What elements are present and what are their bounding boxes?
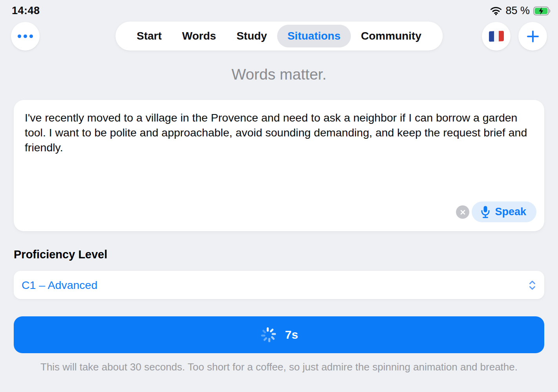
proficiency-selected-value: C1 – Advanced — [22, 279, 97, 292]
tab-situations[interactable]: Situations — [277, 25, 350, 47]
main-tabbar: Start Words Study Situations Community — [115, 22, 443, 51]
plus-icon — [526, 29, 540, 44]
add-button[interactable] — [518, 22, 547, 51]
footer-hint: This will take about 30 seconds. Too sho… — [0, 361, 558, 373]
proficiency-label: Proficiency Level — [14, 248, 108, 261]
battery-percent: 85 % — [505, 5, 530, 17]
clear-input-button[interactable] — [456, 205, 469, 219]
generate-button[interactable]: 7s — [14, 316, 544, 353]
spinner-icon — [260, 327, 275, 343]
more-button[interactable] — [11, 22, 40, 51]
speak-button[interactable]: Speak — [472, 201, 536, 222]
proficiency-select[interactable]: C1 – Advanced — [14, 271, 544, 299]
wifi-icon — [490, 6, 502, 15]
countdown-label: 7s — [285, 328, 298, 341]
microphone-icon — [480, 205, 491, 218]
chevron-up-down-icon — [528, 279, 536, 291]
close-icon — [460, 209, 466, 215]
status-time: 14:48 — [12, 5, 40, 17]
speak-button-label: Speak — [495, 206, 526, 218]
tab-words[interactable]: Words — [172, 25, 226, 47]
tab-community[interactable]: Community — [351, 25, 432, 47]
language-flag-button[interactable] — [482, 22, 511, 51]
situation-card: I've recently moved to a village in the … — [14, 100, 544, 231]
app-screen: 14:48 85 % Start Words Study Sit — [0, 0, 558, 392]
battery-charging-icon — [533, 6, 551, 16]
ellipsis-icon — [18, 34, 33, 38]
tab-start[interactable]: Start — [126, 25, 172, 47]
page-title: Words matter. — [0, 66, 558, 83]
tab-study[interactable]: Study — [226, 25, 277, 47]
status-indicators: 85 % — [490, 5, 551, 17]
french-flag-icon — [489, 31, 504, 42]
